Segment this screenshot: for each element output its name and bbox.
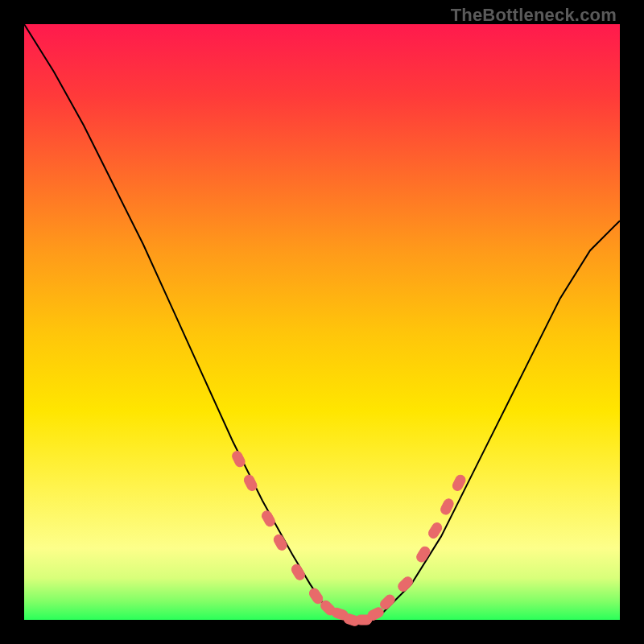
watermark-text: TheBottleneck.com: [451, 5, 617, 26]
chart-svg: [24, 24, 620, 620]
curve-markers: [231, 450, 467, 627]
curve-marker: [290, 563, 307, 581]
curve-marker: [415, 545, 431, 564]
curve-marker: [396, 575, 415, 593]
curve-line: [24, 24, 620, 620]
curve-marker: [260, 510, 276, 528]
plot-area: [24, 24, 620, 620]
chart-frame: TheBottleneck.com: [0, 0, 644, 644]
curve-marker: [272, 533, 288, 551]
